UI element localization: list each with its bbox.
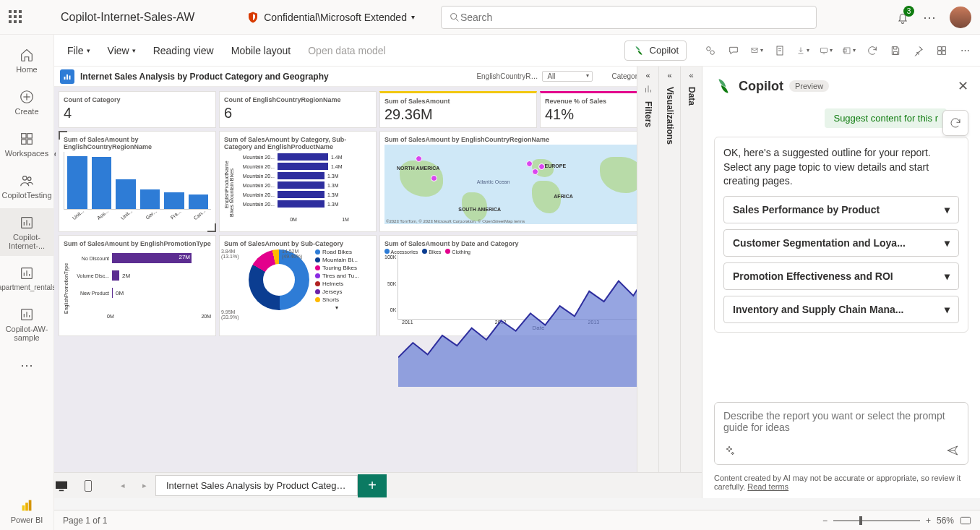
bar-group [64,152,211,210]
zoom-level: 56% [937,516,954,526]
svg-rect-38 [938,51,942,54]
add-page-button[interactable]: + [358,474,387,497]
send-icon[interactable] [946,444,959,457]
data-panel-collapsed[interactable]: «Data [680,67,702,498]
chevron-left-icon[interactable]: « [689,71,693,80]
zoom-in[interactable]: + [926,516,931,526]
copilot-textarea[interactable] [723,410,959,439]
more-icon[interactable]: ⋯ [958,44,971,57]
nav-rentals[interactable]: apartment_rentals [0,259,53,297]
sparkle-icon[interactable] [723,445,735,456]
map-attribution: ©2023 TomTom, © 2023 Microsoft Corporati… [386,219,525,223]
copilot-title: Copilot [739,79,783,94]
next-page[interactable]: ▸ [134,481,155,490]
chevron-left-icon[interactable]: « [645,71,650,80]
chart-sales-by-country[interactable]: Sum of SalesAmount by EnglishCountryRegi… [59,131,216,232]
nav-aw-sample[interactable]: Copilot-AW-sample [0,300,53,348]
user-prompt-chip: Suggest content for this r [825,108,947,128]
search-input[interactable] [460,12,809,23]
search-icon [449,12,460,23]
close-button[interactable]: ✕ [958,78,968,94]
shield-icon [246,11,259,24]
chart-legend: Road Bikes Mountain Bi... Touring Bikes … [315,249,359,311]
nav-home[interactable]: Home [0,40,53,80]
document-icon[interactable] [773,44,786,57]
menu-file[interactable]: File ▾ [63,42,95,59]
mobile-view-icon[interactable] [83,479,112,492]
chart-donut-subcategory[interactable]: Sum of SalesAmount by Sub-Category 3.84M… [219,235,377,336]
suggestion-inventory[interactable]: Inventory and Supply Chain Mana...▾ [723,296,959,323]
chevron-down-icon: ▾ [87,47,90,54]
svg-rect-23 [22,505,25,510]
chart-sales-by-promo[interactable]: Sum of SalesAmount by EnglishPromotionTy… [59,235,216,336]
nav-copilot-testing[interactable]: CopilotTesting [0,166,53,205]
pin-icon[interactable] [912,44,925,57]
svg-rect-6 [27,134,32,138]
report-type-icon [60,69,74,84]
chevron-down-icon: ▾ [945,237,950,249]
desktop-view-icon[interactable] [54,480,83,492]
chevron-down-icon: ▾ [945,204,950,215]
comment-icon[interactable] [727,44,740,57]
nav-more[interactable]: ⋯ [0,351,53,381]
document-title: Copilot-Internet-Sales-AW [61,11,194,24]
export-icon[interactable] [796,44,809,57]
chevron-down-icon: ▾ [945,270,950,282]
subscribe-icon[interactable] [750,44,763,57]
menu-reading-view[interactable]: Reading view [149,42,218,59]
suggestion-sales-performance[interactable]: Sales Performance by Product▾ [723,196,959,223]
report-icon [19,307,35,322]
sensitivity-label: Confidential\Microsoft Extended [264,12,407,23]
menu-view[interactable]: View ▾ [103,42,140,59]
suggestion-promotion-roi[interactable]: Promotion Effectiveness and ROI▾ [723,262,959,290]
app-launcher[interactable] [9,10,23,25]
chevron-down-icon: ▾ [132,47,136,54]
refresh-icon[interactable] [866,44,879,57]
grid-icon[interactable] [935,44,948,57]
zoom-slider[interactable] [833,520,920,521]
svg-rect-47 [59,490,64,491]
kpi-count-category[interactable]: Count of Category4 [59,91,216,128]
fit-to-page-icon[interactable] [960,516,971,525]
prev-page[interactable]: ◂ [112,481,134,490]
user-avatar[interactable] [950,7,971,28]
chevron-down-icon: ▾ [411,13,415,21]
regenerate-button[interactable] [942,110,968,136]
suggestion-customer-segmentation[interactable]: Customer Segmentation and Loya...▾ [723,229,959,257]
menu-mobile-layout[interactable]: Mobile layout [227,42,296,59]
more-options[interactable]: ⋯ [923,9,937,25]
menu-open-data-model: Open data model [304,42,390,59]
svg-rect-28 [752,48,757,52]
svg-point-10 [27,177,31,181]
page-tab[interactable]: Internet Sales Analysis by Product Categ… [155,475,358,496]
zoom-out[interactable]: − [822,516,828,526]
explore-icon[interactable] [704,44,717,57]
search-box[interactable] [441,6,817,29]
copilot-button[interactable]: Copilot [624,40,687,61]
share-icon[interactable] [820,44,833,57]
sensitivity-dropdown[interactable]: Confidential\Microsoft Extended ▾ [246,11,415,24]
nav-create[interactable]: Create [0,82,53,121]
nav-powerbi[interactable]: Power BI [0,491,53,530]
notifications-button[interactable]: 3 [895,10,910,25]
read-terms-link[interactable]: Read terms [747,482,788,491]
chart-icon [643,84,653,94]
powerbi-icon [19,497,35,513]
kpi-sum-sales[interactable]: Sum of SalesAmount29.36M [379,91,537,128]
save-icon[interactable] [889,44,902,57]
visualizations-panel-collapsed[interactable]: «Visualizations [658,67,680,498]
nav-current-report[interactable]: Copilot-Internet-... [0,208,53,256]
teams-icon[interactable] [843,44,856,57]
chevron-left-icon[interactable]: « [667,71,671,80]
nav-workspaces[interactable]: Workspaces [0,124,53,163]
copilot-input-box[interactable] [714,402,968,465]
filter1-dropdown[interactable]: All [542,71,593,82]
filters-panel-collapsed[interactable]: «Filters [637,67,658,498]
copilot-disclaimer: Content created by AI may not be accurat… [702,474,980,498]
copilot-response-card: OK, here's a suggested outline for your … [714,137,968,333]
svg-rect-46 [56,481,67,488]
chart-sales-by-product[interactable]: Sum of SalesAmount by Category, Sub-Cate… [219,131,377,232]
workspaces-icon [19,131,35,147]
report-title: Internet Sales Analysis by Product Categ… [80,72,329,82]
kpi-count-region[interactable]: Count of EnglishCountryRegionName6 [219,91,377,128]
